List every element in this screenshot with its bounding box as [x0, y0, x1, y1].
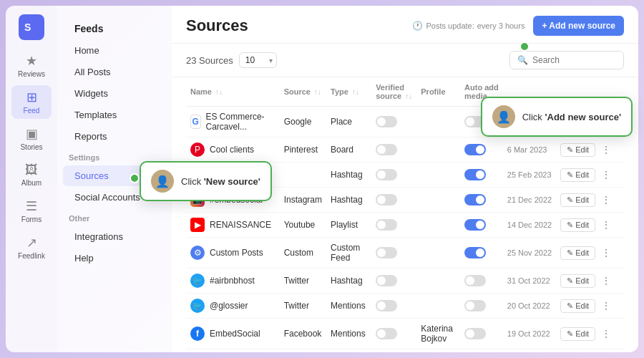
sidebar-item-feed[interactable]: ⊞ Feed — [11, 85, 52, 119]
col-type: Type ↑↓ — [326, 77, 371, 107]
cell-profile — [416, 137, 460, 163]
cell-date: 19 Oct 2022 — [503, 319, 556, 349]
source-icon-twitter: 🐦 — [190, 274, 205, 288]
sidebar-item-stories[interactable]: ▣ Stories — [11, 122, 52, 155]
verified-toggle[interactable] — [376, 116, 397, 127]
sidebar-item-album[interactable]: 🖼 Album — [11, 158, 52, 191]
tooltip-add-source-text: Click 'Add new source' — [522, 112, 621, 122]
more-button[interactable]: ⋮ — [598, 274, 614, 288]
cell-verified — [371, 268, 416, 294]
app-logo[interactable]: S — [19, 14, 44, 40]
edit-button[interactable]: ✎ Edit — [560, 246, 595, 260]
auto-add-toggle[interactable] — [464, 219, 486, 231]
sidebar-item-all-posts[interactable]: All Posts — [63, 62, 166, 82]
cell-name: f EmbedSocial — [186, 319, 280, 349]
cell-verified — [371, 188, 416, 213]
auto-add-toggle[interactable] — [464, 328, 486, 339]
edit-button[interactable]: ✎ Edit — [560, 168, 595, 182]
search-input[interactable] — [532, 55, 616, 65]
cell-verified — [371, 213, 416, 238]
more-button[interactable]: ⋮ — [598, 193, 614, 207]
verified-toggle[interactable] — [376, 275, 397, 286]
cell-type: Board — [326, 137, 371, 163]
cell-name: P Cool clients — [186, 137, 280, 163]
more-button[interactable]: ⋮ — [598, 246, 614, 260]
edit-button[interactable]: ✎ Edit — [560, 274, 595, 288]
edit-button[interactable]: ✎ Edit — [560, 143, 595, 157]
sidebar-item-help[interactable]: Help — [63, 248, 166, 268]
auto-add-toggle[interactable] — [464, 275, 486, 286]
cell-source: Twitter — [280, 294, 326, 319]
cell-actions: ✎ Edit⋮ — [556, 163, 624, 188]
sidebar-item-reports[interactable]: Reports — [63, 126, 166, 147]
edit-button[interactable]: ✎ Edit — [560, 299, 595, 313]
source-icon-facebook: f — [190, 326, 205, 341]
sidebar-item-feedlink[interactable]: ↗ Feedlink — [11, 231, 52, 264]
cell-source: Pinterest — [280, 137, 326, 163]
clock-icon: 🕐 — [412, 21, 423, 31]
cell-actions: ✎ Edit⋮ — [556, 238, 624, 268]
edit-button[interactable]: ✎ Edit — [560, 218, 595, 232]
verified-toggle[interactable] — [376, 219, 397, 231]
add-new-source-button[interactable]: + Add new source — [533, 16, 624, 36]
verified-toggle[interactable] — [376, 247, 397, 258]
more-button[interactable]: ⋮ — [598, 326, 614, 341]
sidebar-item-forms[interactable]: ☰ Forms — [11, 194, 52, 228]
cell-verified — [371, 238, 416, 268]
sidebar-item-feeds[interactable]: Feeds — [63, 18, 166, 39]
more-button[interactable]: ⋮ — [598, 142, 614, 157]
cell-auto-add — [460, 268, 503, 294]
cell-source — [280, 163, 326, 188]
cell-profile — [416, 238, 460, 268]
cell-date: 14 Dec 2022 — [503, 213, 556, 238]
cell-type: Custom Feed — [326, 238, 371, 268]
cell-type: Hashtag — [326, 188, 371, 213]
icon-bar: S ★ Reviews ⊞ Feed ▣ Stories 🖼 Album ☰ F… — [6, 6, 57, 352]
more-button[interactable]: ⋮ — [598, 218, 614, 232]
col-verified: Verifiedsource ↑↓ — [371, 77, 416, 107]
verified-toggle[interactable] — [376, 169, 397, 180]
edit-button[interactable]: ✎ Edit — [560, 193, 595, 207]
green-dot-sources — [130, 173, 140, 183]
edit-button[interactable]: ✎ Edit — [560, 327, 595, 341]
cell-name: ⚙ Custom Posts — [186, 238, 280, 268]
sidebar-item-home[interactable]: Home — [63, 40, 166, 61]
auto-add-toggle[interactable] — [464, 144, 486, 155]
cell-type: Hashtag — [326, 268, 371, 294]
cell-actions: ✎ Edit⋮ — [556, 213, 624, 238]
verified-toggle[interactable] — [376, 328, 397, 339]
cell-name: 🐦 @glossier — [186, 294, 280, 319]
cell-auto-add — [460, 213, 503, 238]
auto-add-toggle[interactable] — [464, 247, 486, 258]
sidebar-item-integrations[interactable]: Integrations — [63, 226, 166, 247]
tooltip-add-new-source: 👤 Click 'Add new source' — [481, 97, 633, 137]
more-button[interactable]: ⋮ — [598, 168, 614, 182]
sources-count: 23 Sources — [186, 55, 233, 66]
table-row: f EmbedSocial Facebook Mentions Katerina… — [186, 319, 624, 349]
sidebar-item-widgets[interactable]: Widgets — [63, 83, 166, 104]
svg-text:S: S — [24, 21, 31, 33]
more-button[interactable]: ⋮ — [598, 299, 614, 313]
verified-toggle[interactable] — [376, 194, 397, 205]
source-icon-twitter: 🐦 — [190, 299, 205, 313]
cell-profile — [416, 188, 460, 213]
album-icon: 🖼 — [25, 163, 38, 178]
cell-auto-add — [460, 137, 503, 163]
auto-add-toggle[interactable] — [464, 169, 486, 180]
search-icon: 🔍 — [517, 55, 528, 65]
stories-icon: ▣ — [26, 126, 38, 142]
cell-actions: ✎ Edit⋮ — [556, 188, 624, 213]
auto-add-toggle[interactable] — [464, 300, 486, 311]
search-box[interactable]: 🔍 — [509, 51, 624, 69]
other-section-label: Other — [57, 208, 172, 226]
auto-add-toggle[interactable] — [464, 194, 486, 205]
page-size-select[interactable]: 10 25 50 100 — [239, 52, 277, 68]
sidebar-item-reviews[interactable]: ★ Reviews — [11, 49, 52, 82]
cell-auto-add — [460, 319, 503, 349]
verified-toggle[interactable] — [376, 300, 397, 311]
sidebar-item-templates[interactable]: Templates — [63, 105, 166, 125]
main-header: Sources 🕐 Posts update: every 3 hours + … — [172, 6, 638, 44]
verified-toggle[interactable] — [376, 144, 397, 155]
cell-auto-add — [460, 238, 503, 268]
cell-name: G ES Commerce-Carcavel... — [186, 107, 280, 137]
